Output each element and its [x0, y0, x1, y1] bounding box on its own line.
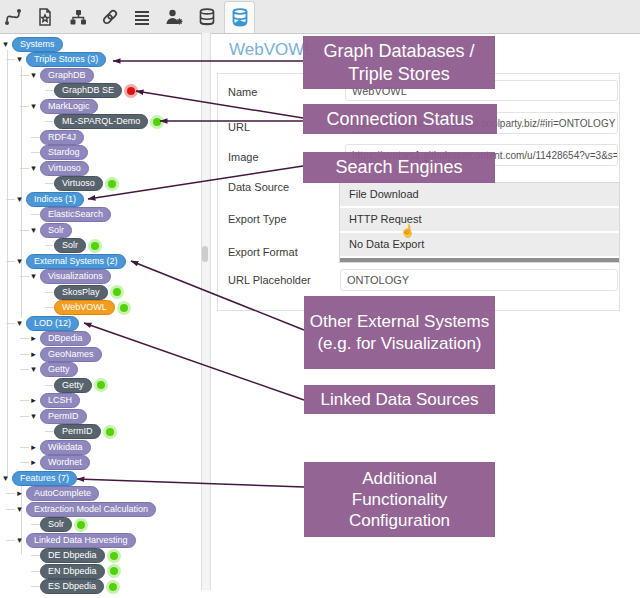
flow-connector-icon[interactable] [2, 6, 24, 28]
tree-item: Stardog [0, 146, 88, 160]
annotation-additional-functionality: Additional Functionality Configuration [304, 462, 495, 537]
collapse-icon[interactable]: ▾ [29, 272, 38, 281]
field-label-name: Name [228, 86, 257, 98]
field-label-url: URL [228, 121, 250, 133]
tree-item: ▸Wordnet [0, 456, 90, 470]
dropdown-option-file-download[interactable]: File Download [340, 183, 619, 208]
tree-item-label[interactable]: Extraction Model Calculation [26, 502, 156, 517]
tree-item: Solr [0, 518, 85, 532]
tree-item-label[interactable]: DE Dbpedia [40, 548, 105, 563]
field-label-export-type: Export Type [228, 213, 287, 225]
link-icon[interactable] [99, 6, 121, 28]
tree-item-label[interactable]: EN Dbpedia [40, 564, 105, 579]
tree-item: PermID [0, 425, 114, 439]
dropdown-scrollbar[interactable] [340, 258, 619, 262]
dropdown-option-no-data-export[interactable]: No Data Export [340, 233, 619, 258]
expand-icon[interactable]: ▸ [15, 489, 24, 498]
collapse-icon[interactable]: ▾ [29, 365, 38, 374]
collapse-icon[interactable]: ▾ [1, 40, 10, 49]
collapse-icon[interactable]: ▾ [29, 71, 38, 80]
tree-item: WebVOWL [0, 301, 128, 315]
tree-item-label[interactable]: Solr [54, 238, 86, 253]
tree-item-label[interactable]: ML-SPARQL-Demo [54, 114, 148, 129]
collapse-icon[interactable]: ▾ [15, 257, 24, 266]
collapse-icon[interactable]: ▾ [29, 412, 38, 421]
connection-status-dot-green [113, 288, 121, 296]
tree-guide-stub [45, 245, 54, 246]
tree-item: ▾Virtuoso [0, 161, 89, 175]
tree-item-label[interactable]: GraphDB SE [54, 83, 122, 98]
tree-item-label[interactable]: DBpedia [40, 331, 91, 346]
tree-item-label[interactable]: Getty [40, 362, 78, 377]
tree-item: SkosPlay [0, 285, 121, 299]
tree-item-label[interactable]: LCSH [40, 393, 80, 408]
user-settings-icon[interactable] [163, 6, 185, 28]
tree-item-label[interactable]: MarkLogic [40, 99, 98, 114]
collapse-icon[interactable]: ▾ [29, 226, 38, 235]
tree-item: ▾Extraction Model Calculation [0, 502, 156, 516]
tree-item-label[interactable]: ES Dbpedia [40, 579, 104, 594]
tree-guide-stub [31, 214, 40, 215]
collapse-icon[interactable]: ▾ [15, 55, 24, 64]
collapse-icon[interactable]: ▾ [1, 474, 10, 483]
tree-item-label[interactable]: SkosPlay [54, 285, 108, 300]
tree-item-label[interactable]: Visualizations [40, 269, 111, 284]
dropdown-option-http-request[interactable]: HTTP Request ☝ [340, 208, 619, 233]
toolbar [0, 0, 640, 34]
tree-item-label[interactable]: Indices (1) [26, 192, 84, 207]
tree-guide-stub [31, 586, 40, 587]
tree-item-label[interactable]: PermID [54, 424, 101, 439]
tree-item-label[interactable]: Linked Data Harvesting [26, 533, 136, 548]
tree-guide-stub [45, 385, 54, 386]
data-source-dropdown: File Download HTTP Request ☝ No Data Exp… [339, 182, 620, 263]
collapse-icon[interactable]: ▾ [15, 536, 24, 545]
tree-item-label[interactable]: Getty [54, 378, 92, 393]
tree-item-label[interactable]: Wordnet [40, 455, 90, 470]
tree-item-label[interactable]: GeoNames [40, 347, 102, 362]
detail-title: WebVOWL [229, 40, 314, 60]
tree-scrollbar-thumb[interactable] [202, 246, 208, 262]
tree-guide-stub [20, 400, 29, 401]
connection-status-dot-red [127, 87, 135, 95]
expand-icon[interactable]: ▸ [29, 443, 38, 452]
tree-item-label[interactable]: Wikidata [40, 440, 91, 455]
tree-item-label[interactable]: GraphDB [40, 68, 94, 83]
tree-item-label[interactable]: Systems [12, 37, 63, 52]
tree-item-label[interactable]: Features (7) [12, 471, 77, 486]
collapse-icon[interactable]: ▾ [15, 195, 24, 204]
tree-item: ▾Solr [0, 223, 72, 237]
tree-item-label[interactable]: PermID [40, 409, 87, 424]
collapse-icon[interactable]: ▾ [29, 102, 38, 111]
collapse-icon[interactable]: ▾ [15, 319, 24, 328]
collapse-icon[interactable]: ▾ [15, 505, 24, 514]
expand-icon[interactable]: ▸ [29, 350, 38, 359]
tree-item-label[interactable]: RDF4J [40, 130, 84, 145]
tree-item-label[interactable]: Virtuoso [54, 176, 103, 191]
tree-item-label[interactable]: AutoComplete [26, 486, 99, 501]
database-selected-icon[interactable] [229, 6, 251, 28]
annotation-linked-data-sources: Linked Data Sources [304, 385, 495, 414]
tree-item-label[interactable]: Triple Stores (3) [26, 52, 106, 67]
tree-item-label[interactable]: Virtuoso [40, 161, 89, 176]
tree-guide-stub [20, 462, 29, 463]
collapse-icon[interactable]: ▾ [29, 164, 38, 173]
tree-item-label[interactable]: External Systems (2) [26, 254, 126, 269]
tree-item: ML-SPARQL-Demo [0, 115, 161, 129]
expand-icon[interactable]: ▸ [29, 334, 38, 343]
document-star-icon[interactable] [34, 6, 56, 28]
list-icon[interactable] [131, 6, 153, 28]
expand-icon[interactable]: ▸ [29, 396, 38, 405]
expand-icon[interactable]: ▸ [29, 458, 38, 467]
sitemap-icon[interactable] [67, 6, 89, 28]
tree-item-label[interactable]: Solr [40, 517, 72, 532]
tree-item-label[interactable]: WebVOWL [54, 300, 115, 315]
tree-item: ▾MarkLogic [0, 99, 98, 113]
tree-item-label[interactable]: ElasticSearch [40, 207, 111, 222]
tree-item-label[interactable]: LOD (12) [26, 316, 79, 331]
tree-item-label[interactable]: Solr [40, 223, 72, 238]
database-icon[interactable] [196, 6, 218, 28]
url-placeholder-input[interactable]: ONTOLOGY [340, 269, 618, 291]
tree-item: Virtuoso [0, 177, 116, 191]
tree-item-label[interactable]: Stardog [40, 145, 88, 160]
field-label-image: Image [228, 151, 259, 163]
